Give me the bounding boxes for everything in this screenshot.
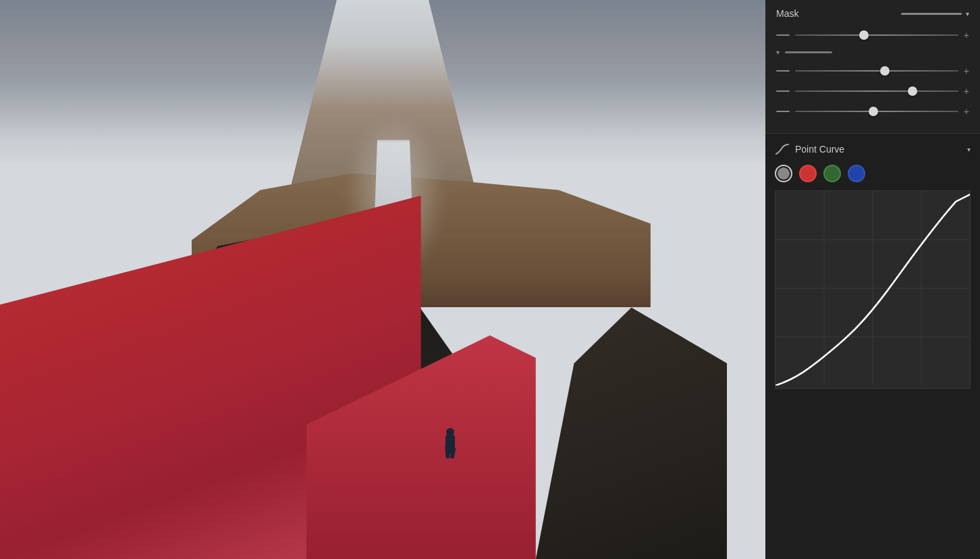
mask-dropdown[interactable]: ▾: [901, 10, 969, 18]
slider-row-2: +: [776, 64, 969, 78]
point-curve-section: Point Curve ▾: [765, 134, 980, 559]
point-curve-icon: [775, 142, 790, 157]
channel-button-green[interactable]: [823, 165, 841, 182]
slider-plus-1[interactable]: +: [964, 30, 969, 41]
slider-plus-3[interactable]: +: [964, 86, 969, 97]
slider-plus-4[interactable]: +: [964, 106, 969, 117]
channel-button-white[interactable]: [775, 165, 792, 182]
slider-row-3: +: [776, 84, 969, 98]
slider-track-4: [795, 111, 958, 112]
mask-section: Mask ▾ + ▾: [765, 0, 980, 134]
slider-plus-2[interactable]: +: [964, 65, 969, 76]
slider-dash-3: [776, 90, 790, 92]
slider-thumb-1[interactable]: [859, 30, 869, 40]
channel-buttons: [775, 165, 971, 182]
channel-button-blue[interactable]: [848, 165, 865, 182]
collapsible-row[interactable]: ▾: [776, 49, 969, 56]
point-curve-title: Point Curve: [795, 144, 844, 155]
mask-title: Mask: [776, 8, 798, 19]
mask-header: Mask ▾: [776, 8, 969, 19]
point-curve-header: Point Curve ▾: [775, 142, 971, 157]
slider-row-1: +: [776, 28, 969, 42]
point-curve-chevron-icon[interactable]: ▾: [967, 146, 971, 153]
slider-track-3: [795, 90, 958, 92]
right-panel: Mask ▾ + ▾: [765, 0, 980, 559]
point-curve-left: Point Curve: [775, 142, 844, 157]
slider-track-1: [795, 34, 958, 36]
cliff-right: [536, 280, 728, 559]
slider-track-container-3[interactable]: [795, 84, 958, 98]
photo-canvas: [0, 0, 765, 559]
channel-button-red[interactable]: [799, 165, 817, 182]
slider-track-container-1[interactable]: [795, 28, 958, 42]
slider-track-container-4[interactable]: [795, 105, 958, 118]
slider-track-container-2[interactable]: [795, 64, 958, 78]
slider-dash-1: [776, 34, 790, 36]
slider-dash-2: [776, 70, 790, 72]
person-silhouette: [444, 428, 456, 458]
curve-graph[interactable]: [775, 190, 971, 389]
slider-dash-4: [776, 111, 790, 112]
collapse-arrow-icon: ▾: [776, 49, 780, 56]
slider-thumb-2[interactable]: [880, 66, 890, 76]
slider-row-4: +: [776, 105, 969, 118]
slider-thumb-3[interactable]: [908, 86, 917, 96]
slider-thumb-4[interactable]: [869, 107, 878, 116]
mask-dropdown-bar: [901, 13, 962, 15]
mask-chevron-icon: ▾: [966, 10, 969, 18]
collapse-bar: [785, 51, 832, 53]
slider-track-2: [795, 70, 958, 72]
